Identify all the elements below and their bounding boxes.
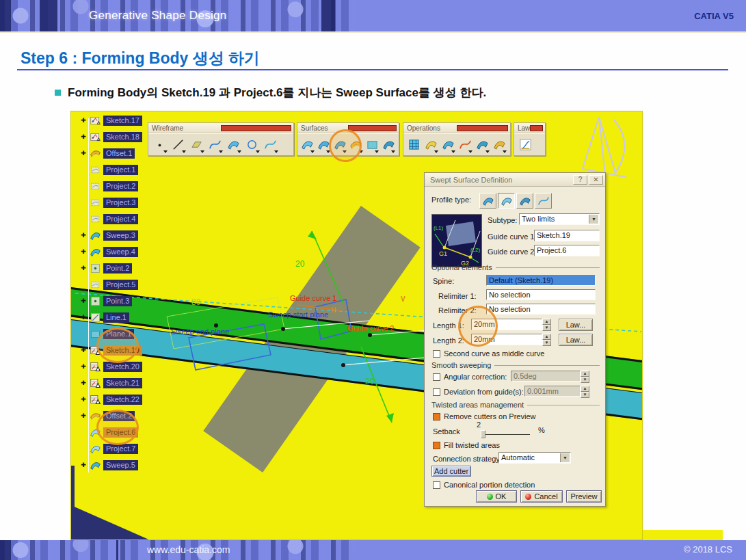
tree-item-sweep-5[interactable]: ✚Sweep.5 (79, 458, 138, 472)
tree-item-label[interactable]: Point.2 (103, 263, 132, 274)
vertex-point[interactable] (341, 363, 345, 367)
tree-expander-icon[interactable]: ✚ (79, 117, 88, 124)
dropdown-triangle-icon[interactable] (375, 150, 379, 153)
tree-item-label[interactable]: Project.3 (103, 198, 138, 208)
trim-icon[interactable] (440, 136, 456, 154)
dialog-title-bar[interactable]: Swept Surface Definition ? ✕ (425, 173, 605, 187)
dropdown-triangle-icon[interactable] (274, 150, 278, 153)
compass-manipulator[interactable] (583, 117, 626, 181)
tree-item-point-2[interactable]: ✚Point.2 (79, 261, 132, 275)
dropdown-triangle-icon[interactable] (391, 150, 395, 153)
tree-item-label[interactable]: Sketch.22 (103, 395, 142, 405)
tree-expander-icon[interactable]: ✚ (79, 297, 88, 304)
length-2-spinner[interactable]: ▲▼ (542, 334, 551, 345)
spine-input[interactable]: Default (Sketch.19) (486, 275, 596, 286)
tree-item-label[interactable]: Offset.1 (103, 148, 135, 159)
tree-item-sketch-17[interactable]: ✚Sketch.17 (79, 114, 142, 127)
add-cutter-button[interactable]: Add cutter (431, 466, 471, 477)
tree-item-project-2[interactable]: Project.2 (79, 179, 138, 193)
chevron-down-icon[interactable]: ▼ (589, 215, 598, 224)
tree-item-label[interactable]: Sketch.18 (103, 132, 142, 142)
toolbar-title-bar[interactable]: Operations (403, 123, 510, 133)
guide-curve-1-input[interactable]: Sketch.19 (534, 230, 600, 241)
tree-item-sweep-3[interactable]: ✚Sweep.3 (79, 228, 138, 242)
toolbar-title-bar[interactable]: Wireframe (148, 123, 293, 133)
tree-expander-icon[interactable]: ✚ (79, 347, 88, 354)
length-1-spinner[interactable]: ▲▼ (542, 319, 551, 330)
tree-item-label[interactable]: Sweep.4 (103, 247, 138, 257)
tree-expander-icon[interactable]: ✚ (79, 150, 88, 157)
tree-expander-icon[interactable]: ✚ (79, 396, 88, 403)
footer-site-link[interactable]: www.edu-catia.com (147, 544, 230, 555)
profile-type-explicit-icon[interactable] (479, 193, 496, 209)
profile-type-circle-icon[interactable] (516, 193, 533, 209)
ok-button[interactable]: OK (476, 490, 517, 503)
tree-expander-icon[interactable]: ✚ (79, 133, 88, 140)
law-icon[interactable] (517, 136, 534, 154)
guide-curve-2-input[interactable]: Project.6 (534, 245, 600, 256)
tree-item-sketch-18[interactable]: ✚Sketch.18 (79, 130, 142, 144)
dropdown-triangle-icon[interactable] (503, 150, 507, 153)
tree-item-label[interactable]: Project.2 (103, 181, 138, 191)
toolbar-close-icon[interactable] (348, 125, 397, 131)
law-1-button[interactable]: Law... (559, 319, 593, 331)
remove-cutters-checkbox[interactable] (433, 413, 440, 421)
relimiter-1-input[interactable]: No selection (486, 289, 596, 300)
line-icon[interactable] (170, 136, 187, 154)
profile-type-line-icon[interactable] (498, 193, 515, 209)
dropdown-triangle-icon[interactable] (434, 150, 438, 153)
tree-item-line-1[interactable]: ✚Line.1 (79, 310, 129, 324)
preview-button[interactable]: Preview (566, 490, 602, 503)
tree-expander-icon[interactable]: ✚ (79, 232, 88, 239)
tree-expander-icon[interactable]: ✚ (79, 248, 88, 255)
relimiter-2-input[interactable]: No selection (486, 304, 596, 315)
setback-slider-track[interactable] (481, 434, 530, 435)
corner-icon[interactable] (207, 136, 224, 154)
dropdown-triangle-icon[interactable] (237, 150, 241, 153)
angular-correction-spinner[interactable]: ▲▼ (581, 371, 589, 382)
help-icon[interactable]: ? (573, 175, 587, 185)
tree-item-label[interactable]: Project.1 (103, 165, 138, 175)
setback-slider-handle[interactable] (481, 430, 485, 438)
connect-curve-icon[interactable] (225, 136, 242, 154)
canonical-checkbox[interactable] (433, 481, 440, 489)
shape-fillet-icon[interactable] (492, 136, 507, 154)
tree-expander-icon[interactable]: ✚ (79, 265, 88, 271)
plane-icon[interactable] (188, 136, 205, 154)
dropdown-triangle-icon[interactable] (485, 150, 490, 153)
toolbar-close-icon[interactable] (530, 125, 543, 131)
extract-icon[interactable] (475, 136, 490, 154)
dropdown-triangle-icon[interactable] (310, 150, 315, 153)
tree-item-sketch-21[interactable]: ✚Sketch.21 (79, 376, 142, 390)
boundary-icon[interactable] (457, 136, 473, 154)
subtype-select[interactable]: Two limits ▼ (519, 213, 600, 225)
dropdown-triangle-icon[interactable] (451, 150, 455, 153)
tree-expander-icon[interactable]: ✚ (79, 462, 88, 468)
tree-item-label[interactable]: Sketch.17 (103, 116, 142, 126)
sweep-profile-start[interactable] (315, 299, 351, 339)
tree-item-sweep-4[interactable]: ✚Sweep.4 (79, 245, 138, 258)
dropdown-triangle-icon[interactable] (468, 150, 472, 153)
law-2-button[interactable]: Law... (559, 334, 593, 346)
chevron-down-icon[interactable]: ▼ (560, 453, 570, 462)
second-curve-checkbox[interactable] (433, 350, 440, 358)
split-icon[interactable] (423, 136, 439, 154)
connection-strategy-select[interactable]: Automatic ▼ (498, 452, 571, 464)
toolbar-wireframe[interactable]: Wireframe (148, 122, 294, 156)
dropdown-triangle-icon[interactable] (163, 150, 168, 153)
circle-icon[interactable] (243, 136, 261, 154)
tree-item-label[interactable]: Project.5 (103, 280, 138, 290)
tree-item-point-3[interactable]: ✚Point.3 (79, 294, 132, 308)
fill-icon[interactable] (365, 136, 380, 154)
close-icon[interactable]: ✕ (589, 175, 603, 185)
vertex-point[interactable] (281, 327, 285, 331)
tree-item-sketch-22[interactable]: ✚Sketch.22 (79, 392, 142, 406)
tree-item-label[interactable]: Project.7 (103, 444, 138, 454)
toolbar-operations[interactable]: Operations (403, 122, 511, 156)
tree-item-label[interactable]: Sketch.20 (103, 362, 142, 372)
toolbar-close-icon[interactable] (221, 125, 291, 131)
cancel-button[interactable]: Cancel (520, 490, 563, 503)
tree-expander-icon[interactable]: ✚ (79, 379, 88, 386)
tree-item-project-4[interactable]: Project.4 (79, 212, 138, 226)
tree-item-project-3[interactable]: Project.3 (79, 196, 138, 209)
